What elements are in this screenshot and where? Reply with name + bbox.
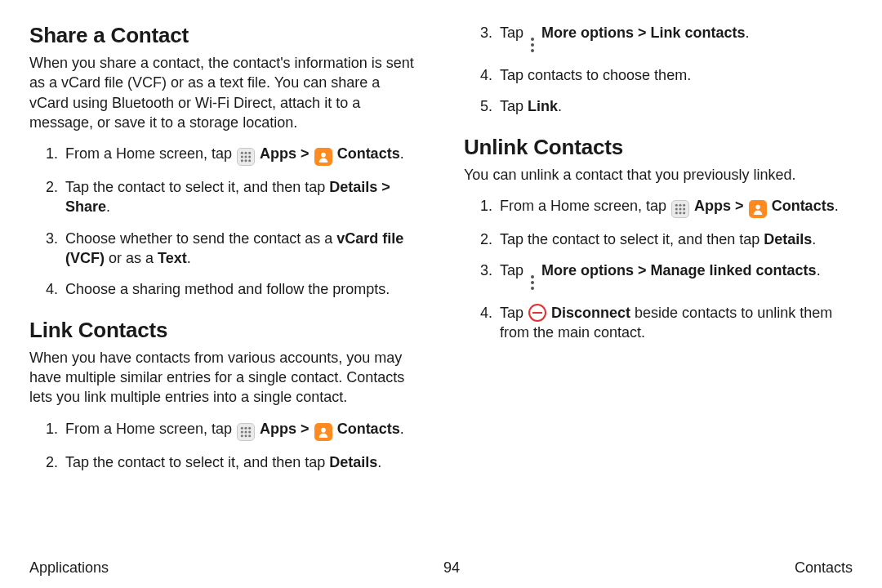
apps-icon [671,200,689,218]
link-step-4: Tap contacts to choose them. [497,65,853,85]
link-steps-a: From a Home screen, tap Apps > Contacts.… [29,419,418,472]
contacts-label: Contacts [772,198,835,214]
contacts-icon [314,423,332,441]
breadcrumb-sep: > [301,145,314,162]
text: . [187,250,191,266]
right-column: Tap More options > Link contacts. Tap co… [464,23,853,546]
breadcrumb-sep: > [634,262,651,278]
share-step-4: Choose a sharing method and follow the p… [62,279,418,299]
unlink-heading: Unlink Contacts [464,135,853,160]
text: Tap the contact to select it, and then t… [500,231,764,247]
contacts-icon [749,200,767,218]
text: Tap [500,262,528,278]
svg-point-9 [321,153,326,158]
text: Tap the contact to select it, and then t… [65,454,329,470]
svg-point-3 [241,156,243,158]
text: Tap [500,98,528,114]
text: . [377,454,381,470]
text: or as a [105,250,158,266]
svg-point-8 [248,159,251,162]
breadcrumb-sep: > [634,24,651,41]
footer-right: Contacts [795,559,853,577]
link-contacts-label: Link contacts [651,24,746,41]
svg-point-18 [248,434,251,437]
text: Tap the contact to select it, and then t… [65,179,329,195]
apps-label: Apps [694,198,731,214]
text: . [400,421,404,437]
svg-point-10 [241,426,243,429]
contacts-label: Contacts [337,145,400,162]
apps-icon [237,148,255,166]
more-options-icon [528,274,537,292]
unlink-step-1: From a Home screen, tap Apps > Contacts. [497,196,853,218]
svg-point-15 [248,430,251,433]
breadcrumb-sep: > [301,421,314,437]
svg-point-21 [679,204,682,207]
contacts-icon [314,148,332,166]
svg-point-6 [241,159,243,162]
svg-point-7 [245,159,247,162]
unlink-steps: From a Home screen, tap Apps > Contacts.… [464,196,853,343]
share-step-1: From a Home screen, tap Apps > Contacts. [62,144,418,166]
svg-point-27 [679,212,682,214]
text: beside contacts to unlink them from the … [500,305,832,341]
text: Choose whether to send the contact as a [65,230,336,247]
breadcrumb-sep: > [377,179,390,195]
share-steps: From a Home screen, tap Apps > Contacts.… [29,144,418,299]
unlink-step-3: Tap More options > Manage linked contact… [497,261,853,292]
disconnect-icon [528,304,546,322]
text: . [835,198,839,214]
text: From a Home screen, tap [65,145,236,162]
unlink-intro: You can unlink a contact that you previo… [464,165,853,185]
details-label: Details [329,179,377,195]
more-options-icon [528,36,537,54]
svg-point-5 [248,156,251,158]
share-step-3: Choose whether to send the contact as a … [62,229,418,269]
link-step-1: From a Home screen, tap Apps > Contacts. [62,419,418,441]
svg-point-25 [683,207,685,210]
disconnect-label: Disconnect [551,305,630,321]
more-options-label: More options [541,24,634,41]
svg-point-23 [675,207,678,210]
share-section: Share a Contact When you share a contact… [29,23,418,300]
svg-point-17 [245,434,247,437]
apps-icon [237,423,255,441]
page-footer: Applications 94 Contacts [29,559,853,577]
unlink-step-2: Tap the contact to select it, and then t… [497,229,853,249]
svg-point-19 [321,427,326,432]
svg-point-26 [675,212,678,214]
svg-point-22 [683,204,685,207]
svg-point-2 [248,152,251,154]
link-section: Link Contacts When you have contacts fro… [29,318,418,472]
apps-label: Apps [260,421,296,437]
svg-point-4 [245,156,247,158]
text: Tap [500,24,528,41]
text: . [746,24,750,41]
text: . [817,262,821,278]
svg-point-24 [679,207,682,210]
svg-point-14 [245,430,247,433]
unlink-step-4: Tap Disconnect beside contacts to unlink… [497,303,853,343]
link-steps-b: Tap More options > Link contacts. Tap co… [464,23,853,117]
text-label: Text [158,250,187,266]
link-intro: When you have contacts from various acco… [29,348,418,408]
page-number: 94 [443,559,460,577]
link-step-3: Tap More options > Link contacts. [497,23,853,54]
link-heading: Link Contacts [29,318,418,343]
svg-point-1 [245,152,247,154]
text: . [558,98,562,114]
svg-point-20 [675,204,678,207]
text: . [400,145,404,162]
share-step-2: Tap the contact to select it, and then t… [62,177,418,217]
text: Tap [500,305,528,321]
text: . [812,231,816,247]
text: From a Home screen, tap [500,198,670,214]
svg-point-12 [248,426,251,429]
link-step-2: Tap the contact to select it, and then t… [62,452,418,472]
contacts-label: Contacts [337,421,400,437]
link-step-5: Tap Link. [497,96,853,116]
details-label: Details [764,231,812,247]
share-label: Share [65,198,106,215]
footer-left: Applications [29,559,109,577]
svg-point-11 [245,426,247,429]
